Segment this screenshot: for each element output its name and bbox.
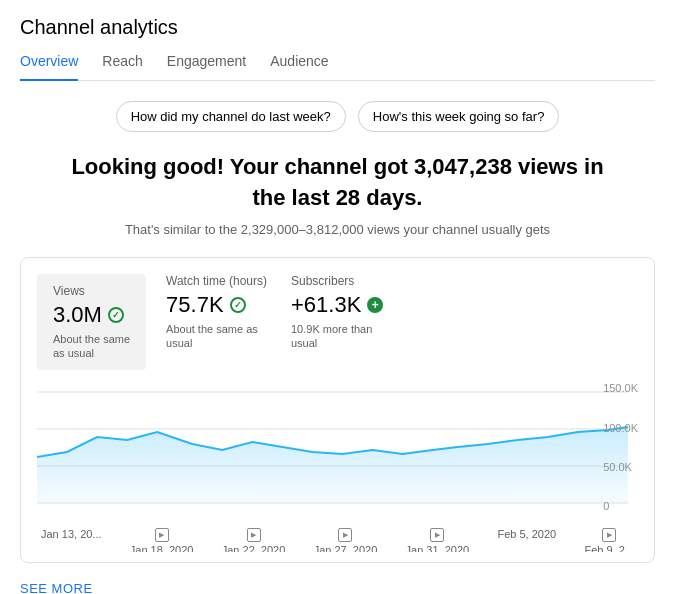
tab-reach[interactable]: Reach [102,53,142,81]
page-title: Channel analytics [20,16,655,39]
y-label-0: 0 [603,500,638,512]
play-marker-jan31[interactable] [430,528,444,542]
stat-watchtime-value: 75.7K [166,292,224,318]
play-marker-jan18[interactable] [155,528,169,542]
play-marker-jan27[interactable] [338,528,352,542]
y-label-150k: 150.0K [603,382,638,394]
tab-audience[interactable]: Audience [270,53,328,81]
stat-subscribers-desc: 10.9K more thanusual [291,322,383,351]
check-icon-views [108,307,124,323]
stats-row: Views 3.0M About the sameas usual Watch … [37,274,638,371]
stat-subscribers-label: Subscribers [291,274,383,288]
date-jan13: Jan 13, 20... [41,528,102,552]
chart-y-labels: 150.0K 100.0K 50.0K 0 [603,382,638,512]
tab-engagement[interactable]: Engagement [167,53,246,81]
date-jan22: Jan 22, 2020 [222,528,286,552]
stat-watchtime-value-row: 75.7K [166,292,267,318]
stat-watchtime-desc: About the same asusual [166,322,267,351]
stat-views-desc: About the sameas usual [53,332,130,361]
stat-subscribers-value-row: +61.3K + [291,292,383,318]
date-jan27: Jan 27, 2020 [314,528,378,552]
date-jan18: Jan 18, 2020 [130,528,194,552]
question-this-week-button[interactable]: How's this week going so far? [358,101,560,132]
stat-views-value: 3.0M [53,302,102,328]
play-marker-jan22[interactable] [247,528,261,542]
date-feb5-label: Feb 5, 2020 [497,528,556,540]
headline-sub: That's similar to the 2,329,000–3,812,00… [20,222,655,237]
stat-views: Views 3.0M About the sameas usual [37,274,146,371]
see-more-link[interactable]: SEE MORE [20,581,93,594]
stat-watchtime: Watch time (hours) 75.7K About the same … [166,274,291,371]
chart-area: 150.0K 100.0K 50.0K 0 Jan 13, 20... Jan … [37,382,638,552]
date-jan31: Jan 31, 2020 [406,528,470,552]
chart-svg [37,382,638,522]
plus-icon-subscribers: + [367,297,383,313]
tab-overview[interactable]: Overview [20,53,78,81]
tabs-bar: Overview Reach Engagement Audience [20,53,655,81]
question-last-week-button[interactable]: How did my channel do last week? [116,101,346,132]
date-feb9: Feb 9, 2... [584,528,634,552]
date-jan27-label: Jan 27, 2020 [314,544,378,552]
date-feb9-label: Feb 9, 2... [584,544,634,552]
stat-views-label: Views [53,284,130,298]
stat-watchtime-label: Watch time (hours) [166,274,267,288]
stat-views-value-row: 3.0M [53,302,130,328]
date-jan22-label: Jan 22, 2020 [222,544,286,552]
stats-chart-card: Views 3.0M About the sameas usual Watch … [20,257,655,564]
y-label-100k: 100.0K [603,422,638,434]
stat-subscribers: Subscribers +61.3K + 10.9K more thanusua… [291,274,407,371]
date-feb5: Feb 5, 2020 [497,528,556,552]
y-label-50k: 50.0K [603,461,638,473]
page-container: Channel analytics Overview Reach Engagem… [0,0,675,594]
headline-main: Looking good! Your channel got 3,047,238… [58,152,618,214]
date-jan31-label: Jan 31, 2020 [406,544,470,552]
play-marker-feb9[interactable] [602,528,616,542]
date-jan18-label: Jan 18, 2020 [130,544,194,552]
headline-area: Looking good! Your channel got 3,047,238… [20,152,655,237]
date-jan13-label: Jan 13, 20... [41,528,102,540]
stat-subscribers-value: +61.3K [291,292,361,318]
date-labels: Jan 13, 20... Jan 18, 2020 Jan 22, 2020 … [37,528,638,552]
check-icon-watchtime [230,297,246,313]
quick-questions: How did my channel do last week? How's t… [20,101,655,132]
